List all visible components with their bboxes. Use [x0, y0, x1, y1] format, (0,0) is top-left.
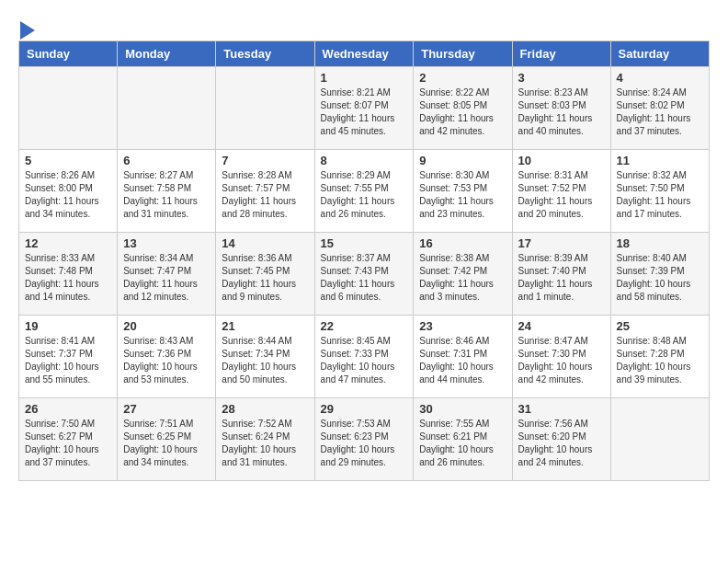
weekday-header: Monday	[118, 40, 216, 66]
day-number: 12	[25, 236, 111, 250]
day-info: Sunrise: 8:44 AM Sunset: 7:34 PM Dayligh…	[222, 335, 308, 386]
calendar-day-cell: 6Sunrise: 8:27 AM Sunset: 7:58 PM Daylig…	[118, 149, 216, 232]
calendar-empty-cell	[19, 66, 118, 149]
calendar-day-cell: 30Sunrise: 7:55 AM Sunset: 6:21 PM Dayli…	[414, 397, 512, 480]
day-info: Sunrise: 8:47 AM Sunset: 7:30 PM Dayligh…	[518, 335, 605, 386]
calendar-day-cell: 16Sunrise: 8:38 AM Sunset: 7:42 PM Dayli…	[414, 232, 512, 315]
day-info: Sunrise: 8:36 AM Sunset: 7:45 PM Dayligh…	[222, 252, 308, 304]
calendar-empty-cell	[118, 66, 216, 149]
day-info: Sunrise: 7:50 AM Sunset: 6:27 PM Dayligh…	[25, 418, 111, 469]
calendar-day-cell: 9Sunrise: 8:30 AM Sunset: 7:53 PM Daylig…	[414, 149, 512, 232]
day-number: 19	[25, 319, 111, 333]
weekday-header: Friday	[512, 40, 610, 66]
calendar-week-row: 5Sunrise: 8:26 AM Sunset: 8:00 PM Daylig…	[19, 149, 710, 232]
calendar-day-cell: 13Sunrise: 8:34 AM Sunset: 7:47 PM Dayli…	[118, 232, 216, 315]
day-number: 21	[222, 319, 308, 333]
day-number: 24	[518, 319, 605, 333]
day-info: Sunrise: 8:28 AM Sunset: 7:57 PM Dayligh…	[222, 169, 308, 221]
day-info: Sunrise: 8:41 AM Sunset: 7:37 PM Dayligh…	[25, 335, 111, 386]
day-info: Sunrise: 8:45 AM Sunset: 7:33 PM Dayligh…	[321, 335, 408, 386]
day-number: 9	[419, 154, 506, 167]
calendar-week-row: 12Sunrise: 8:33 AM Sunset: 7:48 PM Dayli…	[19, 232, 710, 315]
day-number: 7	[222, 154, 308, 167]
day-number: 6	[123, 154, 210, 167]
day-info: Sunrise: 8:33 AM Sunset: 7:48 PM Dayligh…	[25, 252, 111, 304]
day-info: Sunrise: 8:43 AM Sunset: 7:36 PM Dayligh…	[123, 335, 210, 386]
calendar-day-cell: 21Sunrise: 8:44 AM Sunset: 7:34 PM Dayli…	[216, 315, 314, 397]
calendar-day-cell: 12Sunrise: 8:33 AM Sunset: 7:48 PM Dayli…	[19, 232, 118, 315]
calendar-header-row: SundayMondayTuesdayWednesdayThursdayFrid…	[19, 40, 710, 66]
calendar-day-cell: 22Sunrise: 8:45 AM Sunset: 7:33 PM Dayli…	[314, 315, 414, 397]
day-number: 20	[123, 319, 210, 333]
calendar-day-cell: 26Sunrise: 7:50 AM Sunset: 6:27 PM Dayli…	[19, 397, 118, 480]
calendar-day-cell: 29Sunrise: 7:53 AM Sunset: 6:23 PM Dayli…	[314, 397, 414, 480]
calendar-day-cell: 31Sunrise: 7:56 AM Sunset: 6:20 PM Dayli…	[512, 397, 610, 480]
calendar-day-cell: 19Sunrise: 8:41 AM Sunset: 7:37 PM Dayli…	[19, 315, 118, 397]
day-number: 3	[518, 71, 605, 85]
calendar-day-cell: 4Sunrise: 8:24 AM Sunset: 8:02 PM Daylig…	[610, 66, 709, 149]
calendar-day-cell: 5Sunrise: 8:26 AM Sunset: 8:00 PM Daylig…	[19, 149, 118, 232]
day-info: Sunrise: 8:30 AM Sunset: 7:53 PM Dayligh…	[419, 169, 506, 221]
day-number: 23	[419, 319, 506, 333]
calendar-body: 1Sunrise: 8:21 AM Sunset: 8:07 PM Daylig…	[19, 66, 710, 480]
day-info: Sunrise: 8:26 AM Sunset: 8:00 PM Dayligh…	[25, 169, 111, 221]
day-number: 4	[617, 71, 703, 85]
calendar-table: SundayMondayTuesdayWednesdayThursdayFrid…	[18, 40, 710, 481]
day-number: 14	[222, 236, 308, 250]
day-info: Sunrise: 8:32 AM Sunset: 7:50 PM Dayligh…	[617, 169, 703, 221]
day-info: Sunrise: 7:55 AM Sunset: 6:21 PM Dayligh…	[419, 418, 506, 469]
calendar-week-row: 26Sunrise: 7:50 AM Sunset: 6:27 PM Dayli…	[19, 397, 710, 480]
day-number: 25	[617, 319, 703, 333]
day-number: 2	[419, 71, 506, 85]
logo-arrow-icon	[20, 21, 35, 40]
calendar-day-cell: 23Sunrise: 8:46 AM Sunset: 7:31 PM Dayli…	[414, 315, 512, 397]
day-number: 17	[518, 236, 605, 250]
day-info: Sunrise: 8:46 AM Sunset: 7:31 PM Dayligh…	[419, 335, 506, 386]
day-info: Sunrise: 7:52 AM Sunset: 6:24 PM Dayligh…	[222, 418, 308, 469]
day-info: Sunrise: 8:48 AM Sunset: 7:28 PM Dayligh…	[617, 335, 703, 386]
calendar-day-cell: 20Sunrise: 8:43 AM Sunset: 7:36 PM Dayli…	[118, 315, 216, 397]
day-number: 1	[321, 71, 408, 85]
calendar-day-cell: 27Sunrise: 7:51 AM Sunset: 6:25 PM Dayli…	[118, 397, 216, 480]
day-info: Sunrise: 8:38 AM Sunset: 7:42 PM Dayligh…	[419, 252, 506, 304]
calendar-day-cell: 11Sunrise: 8:32 AM Sunset: 7:50 PM Dayli…	[610, 149, 709, 232]
day-number: 13	[123, 236, 210, 250]
calendar-day-cell: 14Sunrise: 8:36 AM Sunset: 7:45 PM Dayli…	[216, 232, 314, 315]
calendar-empty-cell	[610, 397, 709, 480]
day-number: 30	[419, 402, 506, 416]
day-info: Sunrise: 8:39 AM Sunset: 7:40 PM Dayligh…	[518, 252, 605, 304]
calendar-day-cell: 10Sunrise: 8:31 AM Sunset: 7:52 PM Dayli…	[512, 149, 610, 232]
calendar-day-cell: 24Sunrise: 8:47 AM Sunset: 7:30 PM Dayli…	[512, 315, 610, 397]
calendar-week-row: 1Sunrise: 8:21 AM Sunset: 8:07 PM Daylig…	[19, 66, 710, 149]
day-info: Sunrise: 8:34 AM Sunset: 7:47 PM Dayligh…	[123, 252, 210, 304]
day-info: Sunrise: 8:21 AM Sunset: 8:07 PM Dayligh…	[321, 86, 408, 138]
day-number: 27	[123, 402, 210, 416]
day-number: 11	[617, 154, 703, 167]
calendar-day-cell: 18Sunrise: 8:40 AM Sunset: 7:39 PM Dayli…	[610, 232, 709, 315]
calendar-day-cell: 17Sunrise: 8:39 AM Sunset: 7:40 PM Dayli…	[512, 232, 610, 315]
day-number: 15	[321, 236, 408, 250]
calendar-day-cell: 2Sunrise: 8:22 AM Sunset: 8:05 PM Daylig…	[414, 66, 512, 149]
weekday-header: Saturday	[610, 40, 709, 66]
day-info: Sunrise: 8:24 AM Sunset: 8:02 PM Dayligh…	[617, 86, 703, 138]
calendar-day-cell: 1Sunrise: 8:21 AM Sunset: 8:07 PM Daylig…	[314, 66, 414, 149]
day-number: 16	[419, 236, 506, 250]
calendar-day-cell: 25Sunrise: 8:48 AM Sunset: 7:28 PM Dayli…	[610, 315, 709, 397]
day-number: 31	[518, 402, 605, 416]
day-info: Sunrise: 8:31 AM Sunset: 7:52 PM Dayligh…	[518, 169, 605, 221]
day-info: Sunrise: 8:23 AM Sunset: 8:03 PM Dayligh…	[518, 86, 605, 138]
weekday-header: Thursday	[414, 40, 512, 66]
day-info: Sunrise: 7:53 AM Sunset: 6:23 PM Dayligh…	[321, 418, 408, 469]
calendar-day-cell: 8Sunrise: 8:29 AM Sunset: 7:55 PM Daylig…	[314, 149, 414, 232]
day-number: 22	[321, 319, 408, 333]
day-info: Sunrise: 7:56 AM Sunset: 6:20 PM Dayligh…	[518, 418, 605, 469]
weekday-header: Tuesday	[216, 40, 314, 66]
calendar-day-cell: 3Sunrise: 8:23 AM Sunset: 8:03 PM Daylig…	[512, 66, 610, 149]
weekday-header: Sunday	[19, 40, 118, 66]
day-info: Sunrise: 8:40 AM Sunset: 7:39 PM Dayligh…	[617, 252, 703, 304]
day-info: Sunrise: 7:51 AM Sunset: 6:25 PM Dayligh…	[123, 418, 210, 469]
day-number: 10	[518, 154, 605, 167]
day-number: 5	[25, 154, 111, 167]
calendar-week-row: 19Sunrise: 8:41 AM Sunset: 7:37 PM Dayli…	[19, 315, 710, 397]
day-info: Sunrise: 8:37 AM Sunset: 7:43 PM Dayligh…	[321, 252, 408, 304]
